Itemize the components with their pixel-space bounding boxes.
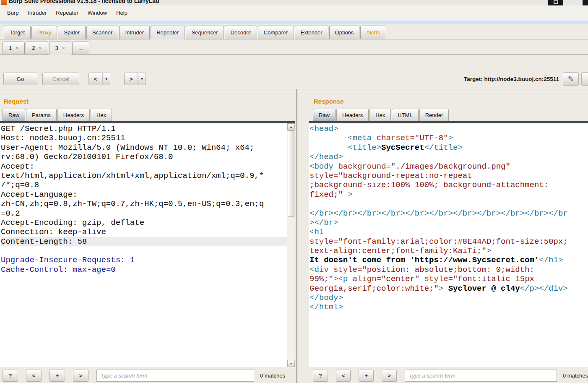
scrollbar-track[interactable] xyxy=(287,217,295,360)
request-search-input[interactable] xyxy=(96,370,254,382)
tab-label: Intruder xyxy=(125,29,144,36)
response-title: Response xyxy=(309,89,588,109)
search-add-button[interactable]: + xyxy=(49,370,65,382)
tab-label: Sequencer xyxy=(192,29,218,36)
window-controls xyxy=(548,0,588,5)
tab-scanner[interactable]: Scanner xyxy=(86,26,118,39)
tab-label: Hex xyxy=(375,112,385,118)
tab-target[interactable]: Target xyxy=(4,26,31,39)
tab-decoder[interactable]: Decoder xyxy=(225,26,257,39)
tab-label: Spider xyxy=(64,29,80,36)
request-tab-raw[interactable]: Raw xyxy=(3,109,25,121)
repeater-tab-1[interactable]: 1× xyxy=(3,42,25,54)
scroll-up-button[interactable]: ▲ xyxy=(287,123,295,130)
target-label: Target: http://node3.buuoj.cn:25511 xyxy=(464,76,559,82)
tab-options[interactable]: Options xyxy=(329,26,360,39)
close-button[interactable] xyxy=(583,0,588,5)
request-tab-bar: RawParamsHeadersHex xyxy=(0,109,295,121)
tab-label: Alerts xyxy=(366,29,380,36)
close-tab-icon[interactable]: × xyxy=(16,45,18,51)
code-line: <h1 xyxy=(310,227,588,237)
tab-label: Options xyxy=(335,29,354,36)
menu-item-help[interactable]: Help xyxy=(112,8,132,18)
search-next-button[interactable]: > xyxy=(382,370,397,382)
code-line: GET /Secret.php HTTP/1.1 xyxy=(1,124,287,133)
repeater-tab-bar: 1×2×3×... xyxy=(0,39,588,55)
tab-label: Raw xyxy=(8,112,19,118)
titlebar: Burp Suite Professional v1.5.18 - licens… xyxy=(0,0,588,5)
tab-label: Decoder xyxy=(231,29,251,36)
menu-item-repeater[interactable]: Repeater xyxy=(51,8,83,18)
response-tab-headers[interactable]: Headers xyxy=(336,109,369,121)
tab-label: HTML xyxy=(398,112,412,118)
clipped-edge-button[interactable] xyxy=(581,72,588,86)
tab-repeater[interactable]: Repeater xyxy=(151,26,185,39)
code-line: ></br> xyxy=(310,218,588,227)
repeater-tab-3[interactable]: 3× xyxy=(49,42,71,55)
tab-spider[interactable]: Spider xyxy=(58,26,86,39)
code-line: User-Agent: Mozilla/5.0 (Windows NT 10.0… xyxy=(1,143,287,152)
response-editor[interactable]: <head> <meta charset="UTF-8"> <title>Syc… xyxy=(309,123,588,367)
code-line xyxy=(310,199,588,208)
request-tab-headers[interactable]: Headers xyxy=(57,109,90,121)
code-line: Accept-Language: xyxy=(1,190,287,199)
close-tab-icon[interactable]: × xyxy=(62,45,65,51)
tab-label: 2 xyxy=(32,45,35,51)
scrollbar-thumb[interactable] xyxy=(288,130,294,217)
code-line: ;background-size:100% 100%; background-a… xyxy=(310,180,588,190)
history-back-dropdown[interactable]: ▾ xyxy=(102,73,110,85)
menu-item-window[interactable]: Window xyxy=(83,8,112,18)
response-tab-hex[interactable]: Hex xyxy=(369,109,391,121)
maximize-icon xyxy=(554,0,558,4)
code-line: Accept-Encoding: gzip, deflate xyxy=(1,218,287,227)
cancel-button[interactable]: Cancel xyxy=(42,73,79,85)
scroll-down-button[interactable]: ▼ xyxy=(287,360,295,367)
history-back-button[interactable]: < xyxy=(88,73,102,85)
request-tab-hex[interactable]: Hex xyxy=(91,109,112,121)
code-line: Host: node3.buuoj.cn:25511 xyxy=(1,133,287,143)
menu-item-burp[interactable]: Burp xyxy=(3,8,23,18)
tab-alerts[interactable]: Alerts xyxy=(360,26,386,39)
tab-sequencer[interactable]: Sequencer xyxy=(186,26,224,39)
repeater-tab-more[interactable]: ... xyxy=(72,42,89,54)
close-tab-icon[interactable]: × xyxy=(39,45,42,51)
code-line: text-align:center;font-family:KaiTi;"> xyxy=(310,246,588,255)
response-match-count: 0 matches xyxy=(563,373,588,379)
history-forward-dropdown[interactable]: ▾ xyxy=(138,73,146,85)
response-tab-render[interactable]: Render xyxy=(419,109,449,121)
request-editor[interactable]: GET /Secret.php HTTP/1.1Host: node3.buuo… xyxy=(0,123,287,367)
history-forward-button[interactable]: > xyxy=(124,73,138,85)
request-searchbar: ? < + > 0 matches xyxy=(0,367,295,383)
code-line: It doesn't come from 'https://www.Sycsec… xyxy=(310,255,588,265)
code-line: <title>SycSecret</title> xyxy=(310,143,588,152)
tab-proxy[interactable]: Proxy xyxy=(31,26,57,39)
tab-label: Hex xyxy=(96,112,106,118)
search-help-button[interactable]: ? xyxy=(3,370,18,382)
code-line: <body background="./images/background.pn… xyxy=(310,162,588,171)
panel-divider[interactable] xyxy=(295,89,299,383)
code-line: Content-Length: 58 xyxy=(1,237,287,246)
tab-label: Render xyxy=(425,112,443,118)
menu-item-intruder[interactable]: Intruder xyxy=(23,8,51,18)
search-next-button[interactable]: > xyxy=(73,370,88,382)
search-prev-button[interactable]: < xyxy=(336,370,351,382)
code-line: </head> xyxy=(310,152,588,162)
response-search-input[interactable] xyxy=(405,370,557,382)
repeater-tab-2[interactable]: 2× xyxy=(26,42,48,54)
tab-extender[interactable]: Extender xyxy=(295,26,328,39)
response-tab-html[interactable]: HTML xyxy=(392,109,418,121)
search-add-button[interactable]: + xyxy=(359,370,374,382)
tab-label: Raw xyxy=(319,112,330,118)
search-help-button[interactable]: ? xyxy=(313,370,328,382)
search-prev-button[interactable]: < xyxy=(26,370,42,382)
edit-target-button[interactable]: ✎ xyxy=(563,72,579,86)
tab-label: Scanner xyxy=(92,29,112,36)
maximize-button[interactable] xyxy=(548,0,563,5)
go-button[interactable]: Go xyxy=(3,73,37,85)
request-tab-params[interactable]: Params xyxy=(26,109,57,121)
code-line: </body> xyxy=(310,293,588,302)
response-tab-raw[interactable]: Raw xyxy=(313,109,336,121)
tab-comparer[interactable]: Comparer xyxy=(258,26,294,39)
window-title: Burp Suite Professional v1.5.18 - licens… xyxy=(9,0,159,5)
tab-intruder[interactable]: Intruder xyxy=(119,26,150,39)
